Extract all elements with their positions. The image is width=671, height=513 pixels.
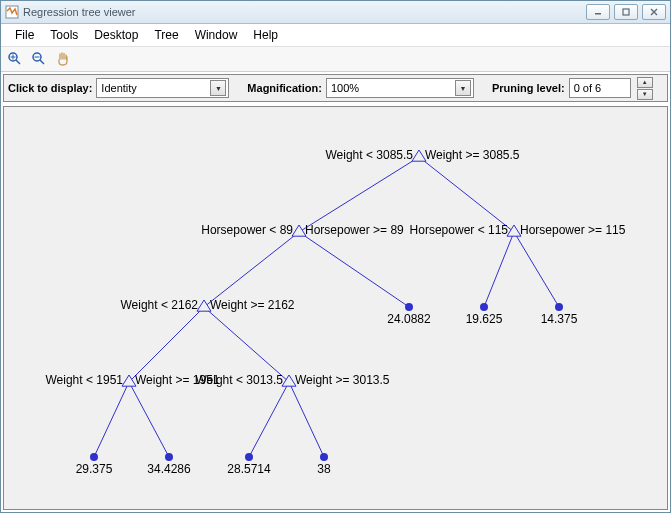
split-label-left: Horsepower < 115 — [410, 223, 509, 237]
split-node[interactable] — [282, 375, 296, 386]
maximize-button[interactable] — [614, 4, 638, 20]
pruning-down-button[interactable]: ▼ — [637, 89, 653, 100]
leaf-node[interactable] — [90, 453, 98, 461]
pruning-up-button[interactable]: ▲ — [637, 77, 653, 88]
titlebar[interactable]: Regression tree viewer — [1, 1, 670, 24]
chevron-down-icon[interactable]: ▼ — [455, 80, 471, 96]
leaf-value: 38 — [317, 462, 331, 476]
leaf-value: 28.5714 — [227, 462, 271, 476]
menu-window[interactable]: Window — [187, 25, 246, 45]
svg-line-17 — [204, 307, 289, 382]
svg-line-15 — [514, 232, 559, 307]
split-label-right: Horsepower >= 89 — [305, 223, 404, 237]
leaf-value: 14.375 — [541, 312, 578, 326]
toolbar — [1, 47, 670, 72]
leaf-node[interactable] — [555, 303, 563, 311]
svg-rect-1 — [595, 13, 601, 15]
pruning-spinner: ▲ ▼ — [637, 77, 653, 100]
menu-tools[interactable]: Tools — [42, 25, 86, 45]
split-label-right: Weight >= 3085.5 — [425, 148, 520, 162]
leaf-value: 24.0882 — [387, 312, 431, 326]
split-label-left: Weight < 3013.5 — [195, 373, 283, 387]
leaf-value: 34.4286 — [147, 462, 191, 476]
zoom-out-button[interactable] — [29, 49, 49, 69]
menubar: File Tools Desktop Tree Window Help — [1, 24, 670, 47]
menu-tree[interactable]: Tree — [146, 25, 186, 45]
leaf-node[interactable] — [480, 303, 488, 311]
split-label-right: Weight >= 2162 — [210, 298, 295, 312]
split-label-left: Weight < 3085.5 — [325, 148, 413, 162]
display-combo[interactable]: Identity ▼ — [96, 78, 229, 98]
leaf-node[interactable] — [245, 453, 253, 461]
svg-line-4 — [16, 60, 20, 64]
split-label-left: Weight < 2162 — [120, 298, 198, 312]
display-label: Click to display: — [8, 82, 92, 94]
menu-file[interactable]: File — [7, 25, 42, 45]
magnification-value: 100% — [331, 82, 453, 94]
svg-line-8 — [40, 60, 44, 64]
zoom-in-button[interactable] — [5, 49, 25, 69]
display-value: Identity — [101, 82, 208, 94]
tree-viewer[interactable]: Weight < 3085.5Weight >= 3085.5Horsepowe… — [3, 106, 668, 510]
svg-line-21 — [289, 382, 324, 457]
magnification-label: Magnification: — [247, 82, 322, 94]
menu-desktop[interactable]: Desktop — [86, 25, 146, 45]
split-label-left: Horsepower < 89 — [201, 223, 293, 237]
svg-line-11 — [419, 157, 514, 232]
split-label-right: Weight >= 3013.5 — [295, 373, 390, 387]
app-icon — [5, 5, 19, 19]
leaf-node[interactable] — [320, 453, 328, 461]
svg-line-16 — [129, 307, 204, 382]
minimize-button[interactable] — [586, 4, 610, 20]
pan-button[interactable] — [53, 49, 73, 69]
split-label-left: Weight < 1951 — [45, 373, 123, 387]
controls-bar: Click to display: Identity ▼ Magnificati… — [3, 74, 668, 102]
magnification-combo[interactable]: 100% ▼ — [326, 78, 474, 98]
svg-line-13 — [299, 232, 409, 307]
split-node[interactable] — [197, 300, 211, 311]
window-title: Regression tree viewer — [23, 6, 586, 18]
svg-line-19 — [129, 382, 169, 457]
split-label-right: Horsepower >= 115 — [520, 223, 626, 237]
leaf-value: 29.375 — [76, 462, 113, 476]
split-node[interactable] — [292, 225, 306, 236]
window-controls — [586, 4, 666, 20]
split-node[interactable] — [507, 225, 521, 236]
app-window: Regression tree viewer File Tools Deskto… — [0, 0, 671, 513]
close-button[interactable] — [642, 4, 666, 20]
leaf-value: 19.625 — [466, 312, 503, 326]
chevron-down-icon[interactable]: ▼ — [210, 80, 226, 96]
menu-help[interactable]: Help — [245, 25, 286, 45]
svg-line-14 — [484, 232, 514, 307]
pruning-label: Pruning level: — [492, 82, 565, 94]
svg-line-20 — [249, 382, 289, 457]
split-node[interactable] — [412, 150, 426, 161]
pruning-value[interactable]: 0 of 6 — [569, 78, 631, 98]
svg-line-12 — [204, 232, 299, 307]
leaf-node[interactable] — [165, 453, 173, 461]
leaf-node[interactable] — [405, 303, 413, 311]
svg-line-10 — [299, 157, 419, 232]
svg-line-18 — [94, 382, 129, 457]
svg-rect-2 — [623, 9, 629, 15]
